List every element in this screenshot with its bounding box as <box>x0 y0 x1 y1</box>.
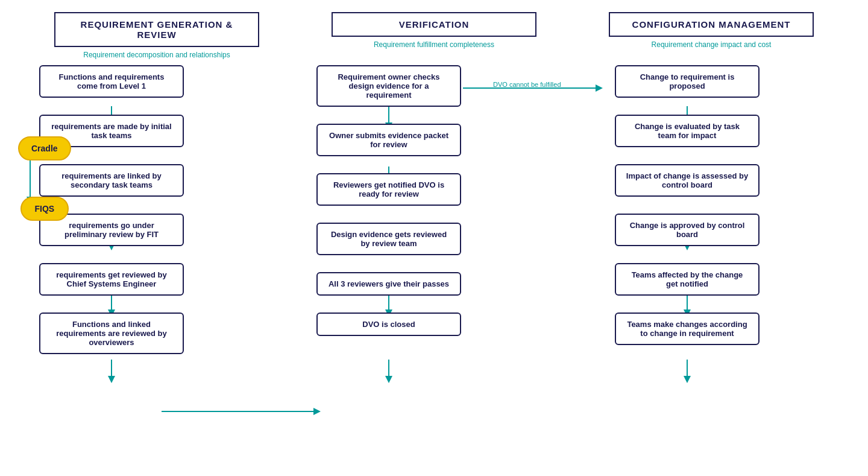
col1-box6: Functions and linked requirements are re… <box>39 313 184 354</box>
diagram: DVO cannot be fulfilled Functions and re… <box>18 65 850 457</box>
ovals-col: Cradle FIQS <box>18 136 71 221</box>
fiqs-oval: FIQS <box>20 197 69 221</box>
col3-box4: Change is approved by control board <box>615 214 760 246</box>
svg-marker-9 <box>108 376 115 383</box>
dvo-label: DVO cannot be fulfilled <box>493 81 561 88</box>
col1-subtitle: Requirement decomposition and relationsh… <box>83 51 230 59</box>
col1-box1: Functions and requirements come from Lev… <box>39 65 184 98</box>
col3-box1: Change to requirement is proposed <box>615 65 760 98</box>
svg-marker-25 <box>385 376 392 383</box>
col3-box3: Impact of change is assessed by control … <box>615 164 760 197</box>
col3-subtitle: Requirement change impact and cost <box>652 40 772 49</box>
col3-title: CONFIGURATION MANAGEMENT <box>609 12 814 37</box>
page: REQUIREMENT GENERATION & REVIEW Requirem… <box>0 0 868 476</box>
col2-title: VERIFICATION <box>332 12 536 37</box>
col2-box3: Reviewers get notified DVO is ready for … <box>316 173 461 206</box>
col1-box5: requirements get reviewed by Chief Syste… <box>39 263 184 296</box>
col1-title: REQUIREMENT GENERATION & REVIEW <box>54 12 259 47</box>
col3-box6: Teams make changes according to change i… <box>615 313 760 345</box>
col2-header: VERIFICATION Requirement fulfillment com… <box>307 12 561 59</box>
col2-flow: Requirement owner checks design evidence… <box>329 65 449 336</box>
col2-box4: Design evidence gets reviewed by review … <box>316 223 461 255</box>
col2-box5: All 3 reviewers give their passes <box>316 272 461 296</box>
col2-box1: Requirement owner checks design evidence… <box>316 65 461 107</box>
col2-box6: DVO is closed <box>316 313 461 336</box>
cradle-oval: Cradle <box>18 136 71 160</box>
col2-box2: Owner submits evidence packet for review <box>316 124 461 156</box>
col3-flow: Change to requirement is proposed Change… <box>627 65 747 345</box>
col3-header: CONFIGURATION MANAGEMENT Requirement cha… <box>585 12 838 59</box>
col1-header: REQUIREMENT GENERATION & REVIEW Requirem… <box>30 12 283 59</box>
svg-marker-35 <box>684 376 691 383</box>
col2-subtitle: Requirement fulfillment completeness <box>374 40 494 49</box>
columns-header: REQUIREMENT GENERATION & REVIEW Requirem… <box>18 12 850 59</box>
col3-box2: Change is evaluated by task team for imp… <box>615 115 760 147</box>
svg-marker-37 <box>313 408 321 415</box>
svg-marker-39 <box>596 84 603 92</box>
col3-box5: Teams affected by the change get notifie… <box>615 263 760 296</box>
